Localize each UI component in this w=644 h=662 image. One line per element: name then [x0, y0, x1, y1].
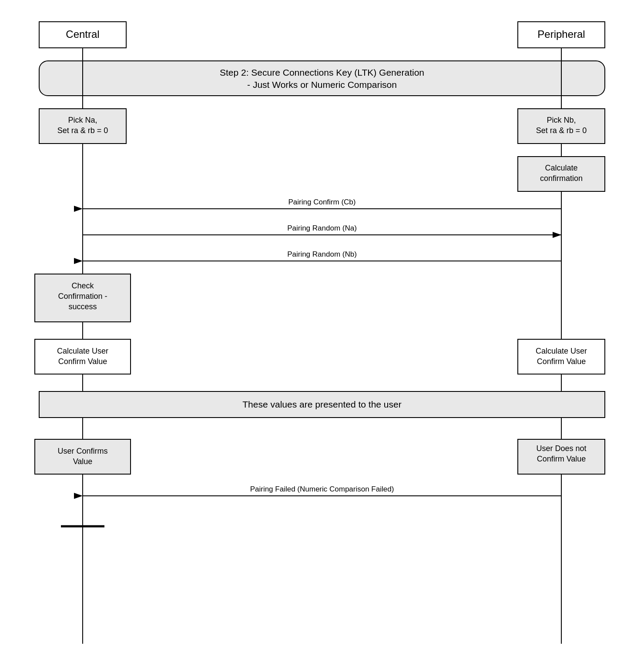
- calc-user-confirm-peripheral-line2: Confirm Value: [537, 357, 586, 366]
- sequence-diagram: Central Peripheral Step 2: Secure Connec…: [26, 13, 618, 657]
- calc-confirm-line2: confirmation: [540, 174, 583, 183]
- user-confirms-line2: Value: [73, 457, 93, 466]
- pick-na-line2: Set ra & rb = 0: [57, 126, 108, 135]
- calc-user-confirm-peripheral-line1: Calculate User: [536, 347, 587, 355]
- step-banner: [39, 61, 605, 96]
- calc-confirm-line1: Calculate: [545, 164, 577, 172]
- pairing-failed-label: Pairing Failed (Numeric Comparison Faile…: [250, 485, 394, 493]
- step-banner-line2: - Just Works or Numeric Comparison: [247, 80, 397, 90]
- pairing-random-na-label: Pairing Random (Na): [287, 224, 357, 232]
- calc-user-confirm-central-box: [35, 339, 131, 374]
- pick-na-line1: Pick Na,: [68, 116, 97, 124]
- calc-user-confirm-central-line1: Calculate User: [57, 347, 108, 355]
- peripheral-label: Peripheral: [537, 28, 585, 40]
- pairing-confirm-label: Pairing Confirm (Cb): [288, 198, 356, 206]
- check-confirm-line2: Confirmation -: [58, 292, 107, 301]
- user-does-not-confirm-line2: Confirm Value: [537, 455, 586, 463]
- step-banner-line1: Step 2: Secure Connections Key (LTK) Gen…: [220, 67, 424, 77]
- calc-user-confirm-central-line2: Confirm Value: [58, 357, 107, 366]
- calc-user-confirm-peripheral-box: [518, 339, 605, 374]
- values-banner-text: These values are presented to the user: [242, 399, 401, 409]
- user-confirms-box: [35, 439, 131, 474]
- diagram-container: Central Peripheral Step 2: Secure Connec…: [0, 0, 644, 662]
- pairing-random-nb-label: Pairing Random (Nb): [287, 250, 357, 258]
- check-confirm-line3: success: [68, 302, 97, 311]
- pick-nb-line2: Set ra & rb = 0: [536, 126, 587, 135]
- user-does-not-confirm-line1: User Does not: [536, 444, 586, 453]
- pick-nb-line1: Pick Nb,: [547, 116, 576, 124]
- central-label: Central: [66, 28, 99, 40]
- check-confirm-line1: Check: [71, 281, 94, 290]
- user-confirms-line1: User Confirms: [57, 447, 107, 455]
